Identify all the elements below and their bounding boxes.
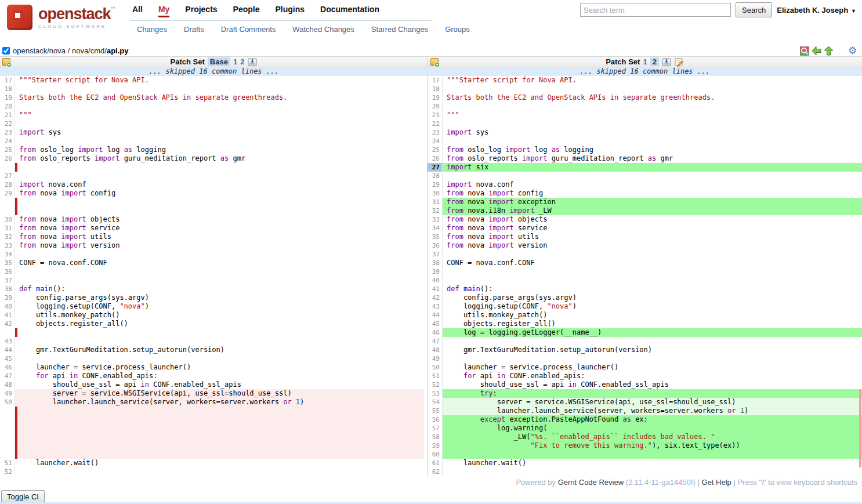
code-line[interactable] (445, 137, 862, 146)
download-patch-icon-left[interactable] (247, 57, 257, 67)
code-line[interactable]: from oslo_reports import guru_meditation… (445, 154, 862, 163)
code-line[interactable]: Starts both the EC2 and OpenStack APIs i… (445, 93, 862, 102)
code-line[interactable]: launcher.launch_service(server, workers=… (17, 398, 424, 407)
code-line[interactable] (17, 354, 424, 363)
nav-item-draft-comments[interactable]: Draft Comments (221, 25, 276, 34)
code-line[interactable] (17, 467, 424, 476)
line-number[interactable]: 39 (428, 267, 443, 276)
code-line[interactable] (445, 276, 862, 285)
code-line[interactable]: utils.monkey_patch() (445, 311, 862, 320)
line-number[interactable]: 20 (0, 102, 15, 111)
line-number[interactable]: 36 (0, 267, 15, 276)
code-line[interactable]: for api in CONF.enabled_apis: (445, 372, 862, 380)
code-line[interactable] (445, 450, 862, 459)
line-number[interactable]: 42 (428, 293, 443, 302)
line-number[interactable]: 30 (0, 215, 15, 224)
code-line[interactable] (445, 102, 862, 111)
line-number[interactable]: 34 (428, 224, 443, 233)
line-number[interactable]: 48 (428, 346, 443, 354)
code-line[interactable]: from oslo_reports import guru_meditation… (17, 154, 424, 163)
file-comment-icon[interactable] (2, 58, 12, 69)
line-number[interactable]: 33 (428, 215, 443, 224)
line-number[interactable]: 50 (428, 363, 443, 372)
line-number[interactable]: 49 (428, 354, 443, 363)
line-number[interactable]: 30 (428, 189, 443, 198)
search-input[interactable] (580, 3, 731, 17)
code-line[interactable] (445, 267, 862, 276)
line-number[interactable]: 62 (428, 467, 443, 476)
code-line[interactable]: from oslo_log import log as logging (17, 146, 424, 154)
line-number[interactable]: 37 (428, 250, 443, 259)
code-line[interactable]: CONF = nova.conf.CONF (17, 259, 424, 267)
line-number[interactable]: 34 (0, 250, 15, 259)
code-line[interactable] (17, 102, 424, 111)
line-number[interactable]: 52 (428, 380, 443, 389)
patchset-option-1[interactable]: 1 (643, 57, 647, 66)
code-line[interactable]: gmr.TextGuruMeditation.setup_autorun(ver… (445, 346, 862, 354)
nav-item-projects[interactable]: Projects (185, 5, 217, 17)
line-number[interactable]: 49 (0, 389, 15, 398)
code-line[interactable] (17, 337, 424, 346)
line-number[interactable]: 32 (0, 233, 15, 241)
code-line[interactable]: launcher.wait() (17, 459, 424, 467)
line-number[interactable]: 22 (0, 119, 15, 128)
code-line[interactable]: from nova import utils (445, 233, 862, 241)
code-line[interactable]: server = service.WSGIService(api, use_ss… (445, 398, 862, 407)
openstack-logo[interactable]: openstack™ CLOUD SOFTWARE (7, 5, 115, 30)
line-number[interactable]: 45 (0, 354, 15, 363)
line-number[interactable]: 56 (428, 415, 443, 424)
code-line[interactable]: try: (445, 389, 862, 398)
footer-link-gerrit-code-review[interactable]: Gerrit Code Review (558, 478, 624, 487)
line-number[interactable]: 51 (0, 459, 15, 467)
code-line[interactable] (445, 354, 862, 363)
code-line[interactable]: from nova.i18n import _LW (445, 206, 862, 215)
code-line[interactable]: launcher = service.process_launcher() (17, 363, 424, 372)
file-comment-icon[interactable] (430, 58, 440, 69)
code-line[interactable]: def main(): (17, 285, 424, 293)
line-number[interactable]: 19 (0, 93, 15, 102)
code-line[interactable]: from nova import service (17, 224, 424, 233)
code-line[interactable]: log = logging.getLogger(__name__) (445, 328, 862, 337)
line-number[interactable]: 26 (0, 154, 15, 163)
line-number[interactable]: 47 (0, 372, 15, 380)
skipped-lines-right[interactable]: ... skipped 16 common lines ... (428, 67, 862, 76)
code-line[interactable]: from nova import config (17, 189, 424, 198)
code-line[interactable]: from nova import utils (17, 233, 424, 241)
line-number[interactable]: 40 (428, 276, 443, 285)
code-line[interactable]: objects.register_all() (445, 320, 862, 328)
code-line[interactable]: for api in CONF.enabled_apis: (17, 372, 424, 380)
code-line[interactable]: """ (17, 111, 424, 119)
skipped-lines-left[interactable]: ... skipped 16 common lines ... (0, 67, 428, 76)
line-number[interactable]: 41 (428, 285, 443, 293)
line-number[interactable]: 35 (428, 233, 443, 241)
code-line[interactable]: should_use_ssl = api in CONF.enabled_ssl… (445, 380, 862, 389)
code-line[interactable] (445, 250, 862, 259)
line-number[interactable]: 23 (0, 128, 15, 137)
code-line[interactable] (445, 85, 862, 93)
line-number[interactable]: 24 (428, 137, 443, 146)
code-line[interactable] (17, 119, 424, 128)
breadcrumb-project[interactable]: openstack/nova (13, 46, 66, 55)
code-line[interactable]: log.warning( (445, 424, 862, 433)
code-line[interactable]: CONF = nova.conf.CONF (445, 259, 862, 267)
code-line[interactable] (445, 172, 862, 180)
code-line[interactable]: "Fix to remove this warning."), six.text… (445, 441, 862, 450)
line-number[interactable]: 39 (0, 293, 15, 302)
line-number[interactable]: 33 (0, 241, 15, 250)
user-menu[interactable]: Elizabeth K. Joseph▼ (777, 6, 856, 14)
line-number[interactable]: 41 (0, 311, 15, 320)
code-line[interactable]: """Starter script for Nova API. (17, 76, 424, 85)
line-number[interactable]: 59 (428, 441, 443, 450)
code-line[interactable] (17, 137, 424, 146)
line-number[interactable]: 52 (0, 467, 15, 476)
line-number[interactable]: 51 (428, 372, 443, 380)
line-number[interactable]: 48 (0, 380, 15, 389)
code-line[interactable]: def main(): (445, 285, 862, 293)
nav-item-plugins[interactable]: Plugins (276, 5, 305, 17)
line-number[interactable]: 26 (428, 154, 443, 163)
code-line[interactable] (17, 85, 424, 93)
code-line[interactable] (445, 467, 862, 476)
line-number[interactable]: 23 (428, 128, 443, 137)
line-number[interactable]: 20 (428, 102, 443, 111)
code-line[interactable]: import sys (445, 128, 862, 137)
